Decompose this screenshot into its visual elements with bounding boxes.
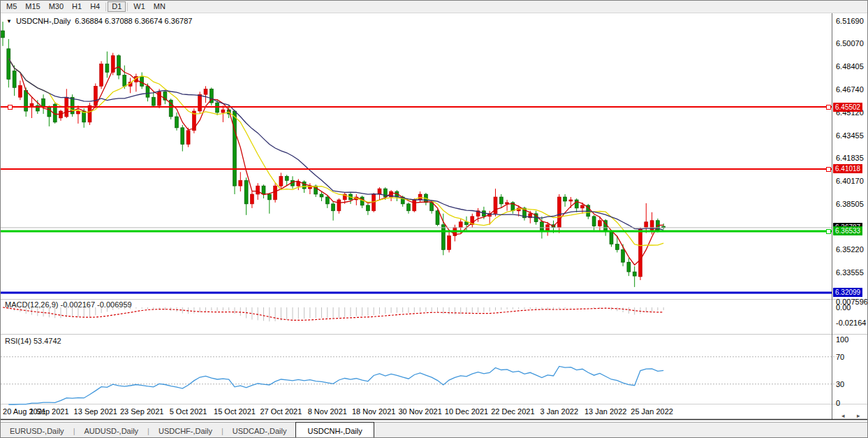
chart-tab-audusd[interactable]: AUDUSD-,Daily <box>75 423 147 438</box>
date-axis-label: 10 Dec 2021 <box>444 407 489 416</box>
rsi-axis-label: 30 <box>836 380 844 388</box>
timeframe-button-m5[interactable]: M5 <box>2 1 21 12</box>
date-axis-label: 30 Nov 2021 <box>398 407 443 416</box>
macd-axis-label: 0.00 <box>836 303 851 312</box>
timeframe-button-m30[interactable]: M30 <box>45 1 68 12</box>
date-axis-label: 1 Sep 2021 <box>27 407 71 416</box>
date-axis-label: 3 Jan 2022 <box>537 407 582 416</box>
scroll-right-arrow[interactable]: ▸ <box>857 412 860 419</box>
price-axis-label: 6.48405 <box>836 62 864 71</box>
rsi-indicator-label: RSI(14) 53.4742 <box>5 337 61 345</box>
rsi-axis-label: 100 <box>836 335 848 344</box>
line-handle-icon[interactable] <box>826 167 831 172</box>
timeframe-button-d1[interactable]: D1 <box>108 1 126 12</box>
date-axis-label: 27 Oct 2021 <box>258 407 303 416</box>
date-axis-label: 8 Nov 2021 <box>305 407 350 416</box>
price-axis-label: 6.41835 <box>836 154 864 162</box>
date-axis-label: 15 Oct 2021 <box>212 407 257 416</box>
price-axis-label: 6.40170 <box>836 177 864 185</box>
price-level-badge[interactable]: 6.32099 <box>833 288 862 297</box>
timeframe-button-mn[interactable]: MN <box>149 1 170 12</box>
mt4-chart-window: M5M15M30H1H4D1W1MN ▼ USDCNH-,Daily 6.368… <box>0 0 868 438</box>
date-axis-label: 23 Sep 2021 <box>119 407 164 416</box>
toolbar-separator <box>127 3 128 11</box>
price-axis-label: 6.50070 <box>836 39 864 48</box>
date-axis-label: 13 Sep 2021 <box>73 407 118 416</box>
macd-indicator-label: MACD(12,26,9) -0.002167 -0.006959 <box>5 300 132 309</box>
timeframe-button-m15[interactable]: M15 <box>21 1 44 12</box>
symbol-dropdown-icon[interactable]: ▼ <box>6 18 12 24</box>
chart-title: ▼ USDCNH-,Daily 6.36884 6.37088 6.36674 … <box>6 17 192 25</box>
price-axis-label: 6.51690 <box>836 17 864 25</box>
scroll-left-arrow[interactable]: ◂ <box>841 412 845 419</box>
chart-tabs-bar: EURUSD-,Daily|AUDUSD-,Daily|USDCHF-,Dail… <box>1 422 867 438</box>
price-axis-label: 6.46740 <box>836 85 864 94</box>
macd-axis-label: -0.02164 <box>836 319 866 327</box>
chart-ohlc-values: 6.36884 6.37088 6.36674 6.36787 <box>75 17 192 25</box>
date-axis-label: 25 Jan 2022 <box>630 407 675 416</box>
chart-symbol-label: USDCNH-,Daily <box>16 17 71 25</box>
price-level-badge[interactable]: 6.36533 <box>833 226 862 235</box>
timeframe-button-h4[interactable]: H4 <box>86 1 104 12</box>
timeframe-button-w1[interactable]: W1 <box>129 1 149 12</box>
price-level-badge[interactable]: 6.45502 <box>833 103 862 112</box>
chart-canvas[interactable] <box>1 1 868 438</box>
price-level-badge[interactable]: 6.41018 <box>833 164 862 173</box>
date-axis-label: 22 Dec 2021 <box>490 407 535 416</box>
chart-tab-usdcad[interactable]: USDCAD-,Daily <box>223 423 296 438</box>
toolbar-separator <box>105 3 106 11</box>
price-axis-label: 6.43455 <box>836 131 864 140</box>
date-axis-label: 18 Nov 2021 <box>351 407 396 416</box>
chart-tab-usdchf[interactable]: USDCHF-,Daily <box>149 423 221 438</box>
price-axis-label: 6.35220 <box>836 245 864 254</box>
timeframe-button-h1[interactable]: H1 <box>68 1 86 12</box>
date-axis-label: 5 Oct 2021 <box>166 407 211 416</box>
timeframe-toolbar: M5M15M30H1H4D1W1MN <box>1 1 867 13</box>
line-handle-icon[interactable] <box>8 105 13 110</box>
chart-tab-eurusd[interactable]: EURUSD-,Daily <box>1 423 73 438</box>
rsi-axis-label: 0 <box>836 399 840 407</box>
chart-tab-usdcnh[interactable]: USDCNH-,Daily <box>295 422 374 438</box>
rsi-axis-label: 70 <box>836 353 844 361</box>
line-handle-icon[interactable] <box>826 229 831 234</box>
date-axis-label: 13 Jan 2022 <box>583 407 628 416</box>
price-axis-label: 6.38505 <box>836 200 864 208</box>
line-handle-icon[interactable] <box>826 105 831 110</box>
price-axis-label: 6.33555 <box>836 268 864 277</box>
